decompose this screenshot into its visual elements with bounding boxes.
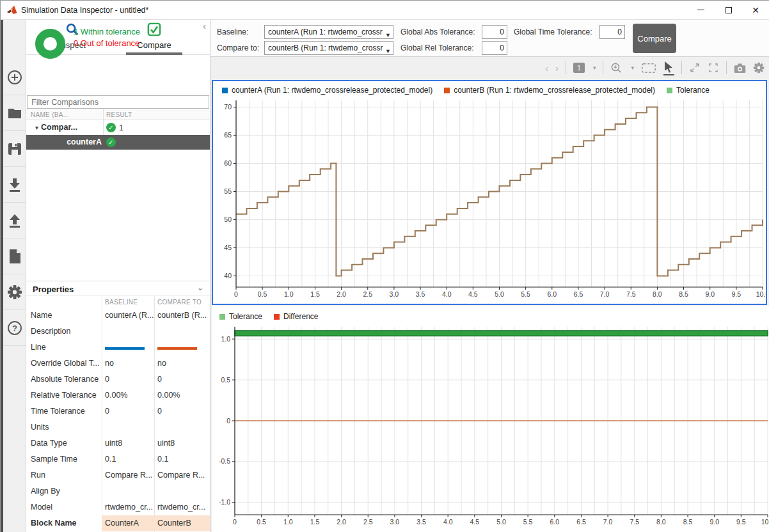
compare-to-dropdown[interactable]: counterB (Run 1: rtwdemo_crossr▼ — [264, 41, 393, 55]
global-abs-tolerance-input[interactable] — [482, 25, 507, 39]
global-time-tolerance-input[interactable] — [599, 25, 625, 39]
property-compare-value[interactable]: no — [154, 356, 210, 372]
plot-settings-button[interactable] — [753, 62, 765, 74]
compare-button[interactable]: Compare — [633, 24, 676, 53]
comparison-plot-canvas[interactable]: 00.51.01.52.02.53.03.54.04.55.05.56.06.5… — [213, 97, 766, 302]
group-name-cell[interactable]: ▾Compar... — [26, 120, 103, 135]
property-label: Model — [31, 499, 100, 515]
column-header-result[interactable]: RESULT — [106, 111, 132, 118]
property-label: Data Type — [31, 435, 100, 451]
properties-title: Properties — [33, 285, 74, 294]
zoom-caret-icon[interactable]: ▾ — [631, 65, 634, 71]
layout-caret-icon[interactable]: ▾ — [593, 65, 596, 71]
difference-plot-canvas[interactable]: 00.51.01.52.02.53.03.54.04.55.05.56.06.5… — [212, 323, 769, 531]
legend-item-counterA[interactable]: counterA (Run 1: rtwdemo_crossrelease_pr… — [222, 86, 432, 95]
property-compare-value[interactable]: counterB (R... — [154, 308, 210, 324]
prev-page-icon[interactable]: ‹ — [545, 63, 548, 74]
snapshot-button[interactable] — [734, 63, 746, 74]
expand-plot-button[interactable] — [689, 62, 701, 74]
svg-text:2.0: 2.0 — [337, 518, 346, 526]
export-button[interactable] — [3, 203, 26, 239]
property-compare-value[interactable]: 0.1 — [154, 451, 210, 467]
next-page-icon[interactable]: › — [555, 63, 559, 74]
property-baseline-value[interactable] — [102, 483, 154, 499]
property-compare-value[interactable]: Compare R... — [154, 467, 210, 483]
svg-text:6.0: 6.0 — [550, 518, 559, 526]
close-button[interactable]: ✕ — [741, 1, 769, 19]
filter-comparisons-input[interactable] — [27, 95, 209, 109]
add-runs-button[interactable] — [3, 59, 26, 95]
collapse-panel-icon[interactable]: ‹ — [203, 21, 206, 31]
group-result-cell: ✓1 — [106, 120, 123, 135]
svg-text:10.0: 10.0 — [756, 290, 766, 298]
svg-text:8.5: 8.5 — [679, 290, 688, 298]
property-baseline-value[interactable]: 0.00% — [102, 387, 154, 403]
expand-caret-icon[interactable]: ▾ — [35, 124, 38, 131]
save-button[interactable] — [3, 131, 26, 167]
fullscreen-button[interactable] — [708, 62, 719, 74]
property-compare-value[interactable] — [154, 324, 210, 340]
baseline-dropdown[interactable]: counterA (Run 1: rtwdemo_crossr▼ — [264, 25, 393, 39]
legend-item-tolerance[interactable]: Tolerance — [219, 312, 262, 321]
preferences-button[interactable] — [3, 274, 26, 310]
legend-item-counterB[interactable]: counterB (Run 1: rtwdemo_crossrelease_pr… — [444, 86, 655, 95]
property-compare-value[interactable]: 0 — [154, 372, 210, 387]
property-baseline-value[interactable] — [102, 419, 154, 435]
signal-name-cell[interactable]: counterA — [26, 135, 103, 150]
left-toolbar: ? — [1, 20, 26, 532]
property-label: Line — [31, 340, 100, 356]
property-compare-value[interactable] — [154, 419, 210, 435]
property-baseline-value[interactable]: 0.1 — [102, 451, 154, 467]
global-time-tolerance-label: Global Time Tolerance: — [514, 25, 592, 39]
page-indicator: 1 — [573, 63, 585, 73]
maximize-button[interactable] — [715, 1, 743, 19]
comparison-signal-row-selected[interactable]: counterA ✓ — [26, 135, 210, 150]
comparison-group-row[interactable]: ▾Compar... ✓1 — [26, 120, 210, 135]
fit-to-view-button[interactable] — [641, 63, 656, 74]
property-row-name: NamecounterA (R...counterB (R... — [26, 308, 210, 324]
report-button[interactable] — [3, 239, 26, 274]
property-baseline-value[interactable] — [102, 340, 154, 356]
legend-label: counterA (Run 1: rtwdemo_crossrelease_pr… — [232, 86, 432, 95]
import-button[interactable] — [3, 167, 26, 203]
property-baseline-value[interactable]: 0 — [102, 403, 154, 419]
column-header-name[interactable]: NAME (BA... — [31, 111, 69, 118]
svg-text:2.5: 2.5 — [363, 518, 373, 526]
property-label: Relative Tolerance — [31, 387, 100, 403]
property-baseline-value[interactable] — [102, 324, 154, 340]
property-compare-value[interactable]: rtwdemo_cr... — [154, 499, 210, 515]
legend-item-tolerance[interactable]: Tolerance — [667, 86, 710, 95]
properties-header[interactable]: Properties ⌄ — [26, 281, 210, 296]
help-button[interactable]: ? — [3, 310, 26, 346]
zoom-in-button[interactable] — [610, 62, 622, 74]
property-compare-value[interactable]: CounterB — [154, 515, 210, 531]
property-compare-value[interactable]: uint8 — [154, 435, 210, 451]
property-baseline-value[interactable]: CounterA — [102, 515, 154, 531]
svg-text:6.5: 6.5 — [576, 518, 586, 526]
property-baseline-value[interactable]: counterA (R... — [102, 308, 154, 324]
layout-button[interactable]: 1 — [573, 63, 585, 73]
property-baseline-value[interactable]: uint8 — [102, 435, 154, 451]
property-compare-value[interactable] — [154, 483, 210, 499]
svg-text:50: 50 — [224, 215, 232, 223]
property-label: Override Global T... — [31, 356, 100, 372]
property-baseline-value[interactable]: 0 — [102, 372, 154, 387]
legend-item-difference[interactable]: Difference — [274, 312, 318, 321]
property-baseline-value[interactable]: Compare R... — [102, 467, 154, 483]
legend-label: Tolerance — [229, 312, 262, 321]
minimize-button[interactable] — [686, 1, 715, 19]
property-label: Sample Time — [31, 451, 100, 467]
property-baseline-value[interactable]: no — [102, 356, 154, 372]
pointer-tool-button[interactable] — [663, 61, 674, 75]
property-compare-value[interactable]: 0.00% — [154, 387, 210, 403]
property-compare-value[interactable] — [154, 340, 210, 356]
global-rel-tolerance-input[interactable] — [482, 41, 507, 55]
open-button[interactable] — [3, 95, 26, 131]
baseline-column-header: BASELINE — [105, 299, 138, 306]
svg-text:4.5: 4.5 — [470, 518, 480, 526]
comparison-plot-selected[interactable]: counterA (Run 1: rtwdemo_crossrelease_pr… — [212, 80, 767, 305]
difference-plot[interactable]: Tolerance Difference 00.51.01.52.02.53.0… — [212, 306, 769, 532]
property-compare-value[interactable]: 0 — [154, 403, 210, 419]
property-baseline-value[interactable]: rtwdemo_cr... — [102, 499, 154, 515]
chevron-down-icon[interactable]: ⌄ — [197, 283, 203, 292]
